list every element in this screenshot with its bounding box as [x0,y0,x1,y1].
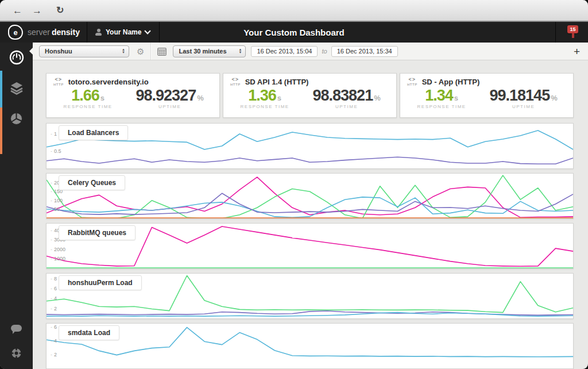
layers-icon[interactable] [9,80,24,95]
stat-card-title: totoro.serverdensity.io [68,78,149,86]
settings-gear-icon[interactable] [9,345,24,360]
stat-card-sd-api[interactable]: <>HTTP SD API 1.4 (HTTP) 1.36s RESPONSE … [223,73,397,118]
chart-panel-honshuuperm-load: -8-6-4-2honshuuPerm Load [46,273,574,319]
dashboard-gauge-icon[interactable] [9,50,24,65]
chart-widget-title[interactable]: RabbitMQ queues [59,225,136,240]
response-time-value: 1.34 [425,87,453,103]
response-time-unit: s [454,94,458,102]
chart-panel-celery-queues: -200-150-100-50Celery Queues [46,173,574,219]
chart-canvas [47,174,573,218]
series-line-purple [47,193,573,214]
chevron-down-icon [145,28,151,34]
series-line-cyan [47,328,573,357]
chart-widget-title[interactable]: Celery Queues [59,175,125,190]
uptime-metric: 98.83821% UPTIME [301,87,392,109]
chart-widget-title[interactable]: honshuuPerm Load [59,275,142,290]
http-check-icon: <>HTTP [230,77,241,86]
uptime-label: UPTIME [158,104,181,109]
stat-card-sd-app[interactable]: <>HTTP SD - App (HTTP) 1.34s RESPONSE TI… [400,73,574,118]
y-axis-tick: -4 [51,295,57,301]
response-time-metric: 1.66s RESPONSE TIME [51,87,125,109]
y-axis-tick: -2 [51,306,57,312]
response-time-value: 1.66 [71,87,99,103]
uptime-unit: % [374,94,381,102]
stat-card-title: SD API 1.4 (HTTP) [245,78,309,86]
y-axis-tick: -50 [51,206,60,212]
alerts-badge[interactable]: 15 [567,25,578,33]
add-widget-button[interactable]: + [574,46,580,57]
to-label: to [322,48,327,55]
select-arrows-icon: ▲▼ [239,48,242,54]
http-check-icon: <>HTTP [53,77,64,86]
edge-strip-blue [0,71,2,107]
chart-panel-smdata-load: -6-4-2smdata Load [46,323,574,369]
dashboard-select-value: Honshuu [45,48,117,55]
chart-widget-title[interactable]: Load Balancers [59,125,128,140]
uptime-value: 99.18145 [490,87,550,103]
response-time-label: RESPONSE TIME [64,104,113,109]
chart-canvas [47,324,573,368]
chart-widget-title[interactable]: smdata Load [59,325,119,340]
edge-strip-orange [0,107,2,154]
response-time-metric: 1.34s RESPONSE TIME [405,87,478,109]
chat-bubble-icon[interactable] [9,321,24,336]
response-time-label: RESPONSE TIME [417,104,466,109]
segmented-globe-icon[interactable] [9,111,24,126]
date-to-input[interactable]: 16 Dec 2013, 15:34 [331,46,398,57]
uptime-metric: 98.92327% UPTIME [125,87,215,109]
stat-cards-row: <>HTTP totoro.serverdensity.io 1.66s RES… [46,73,574,118]
alerts-count: 15 [570,26,575,32]
uptime-value: 98.92327 [136,87,196,103]
y-axis-tick: -6 [51,286,57,291]
response-time-metric: 1.36s RESPONSE TIME [228,87,301,109]
sidebar [0,43,33,369]
forward-icon[interactable]: → [32,6,42,16]
uptime-unit: % [197,94,204,102]
charts-area: -1-0.5Load Balancers-200-150-100-50Celer… [46,123,574,369]
dashboard-toolbar: Honshuu ▲▼ ⚙ Last 30 mi [33,43,588,60]
calendar-icon[interactable] [157,47,167,56]
toolbar-divider [150,43,151,60]
series-line-purple [47,157,573,164]
dashboard-select[interactable]: Honshuu ▲▼ [39,45,129,57]
response-time-unit: s [100,94,105,102]
back-icon[interactable]: ← [13,6,22,16]
http-check-icon: <>HTTP [407,77,417,86]
time-range-value: Last 30 minutes [179,48,233,55]
gear-icon[interactable]: ⚙ [137,47,144,56]
y-axis-tick: -1 [51,131,57,137]
logo-icon: e [8,25,23,40]
app-header: e serverdensity Your Name Your Custom Da… [0,22,588,43]
browser-toolbar: ← → ↻ [0,0,588,22]
y-axis-tick: -100 [51,198,63,203]
response-time-unit: s [277,94,281,102]
stat-card-totoro[interactable]: <>HTTP totoro.serverdensity.io 1.66s RES… [46,73,220,118]
y-axis-tick: -2000 [51,247,65,252]
uptime-label: UPTIME [335,104,358,109]
uptime-value: 98.83821 [313,87,373,103]
response-time-value: 1.36 [248,87,276,103]
time-range-select[interactable]: Last 30 minutes ▲▼ [173,45,246,57]
dashboard-board: <>HTTP totoro.serverdensity.io 1.66s RES… [33,60,588,369]
user-menu[interactable]: Your Name [87,22,160,43]
user-name-label: Your Name [106,28,141,36]
date-from-input[interactable]: 16 Dec 2013, 15:04 [251,46,318,57]
brand-text: serverdensity [28,27,80,37]
y-axis-tick: -0.5 [51,148,61,154]
chart-panel-rabbitmq-queues: -4000-3000-2000-1000RabbitMQ queues [46,223,574,269]
y-axis-tick: -6 [51,324,57,330]
content-area: Honshuu ▲▼ ⚙ Last 30 mi [33,43,588,369]
header-divider [555,22,556,43]
server-density-logo[interactable]: e serverdensity [0,22,87,43]
uptime-label: UPTIME [512,104,535,109]
stat-card-title: SD - App (HTTP) [422,78,480,86]
y-axis-tick: -2 [51,352,57,358]
y-axis-tick: -8 [51,276,57,282]
response-time-label: RESPONSE TIME [241,104,289,109]
chart-panel-load-balancers: -1-0.5Load Balancers [46,123,574,169]
refresh-icon[interactable]: ↻ [56,6,64,15]
select-arrows-icon: ▲▼ [122,48,125,54]
uptime-metric: 99.18145% UPTIME [478,87,568,109]
browser-window: ← → ↻ e serverdensity Your Name Your Cus… [0,0,588,369]
y-axis-tick: -1000 [51,256,65,262]
